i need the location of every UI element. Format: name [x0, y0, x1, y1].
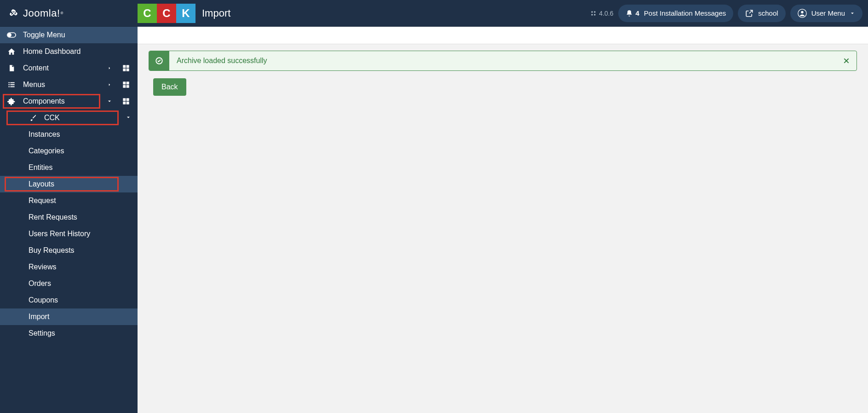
svg-point-3: [594, 14, 596, 16]
topbar: Joomla!® CCK Import 4.0.6 4 Post Install…: [0, 0, 868, 27]
content-toolbar: [138, 27, 868, 44]
sidebar-request[interactable]: Request: [0, 192, 138, 209]
svg-rect-12: [8, 82, 10, 83]
sidebar-orders[interactable]: Orders: [0, 275, 138, 292]
svg-rect-10: [123, 69, 126, 71]
svg-rect-23: [126, 98, 129, 101]
chevron-right-icon: [107, 66, 112, 70]
content-area: Archive loaded successfully Back: [138, 27, 868, 413]
dashboard-shortcut[interactable]: [121, 64, 131, 72]
svg-rect-18: [123, 81, 126, 84]
svg-rect-21: [126, 85, 129, 88]
file-icon: [8, 64, 15, 72]
puzzle-icon: [7, 97, 16, 105]
brand-text: Joomla!: [23, 7, 60, 19]
sidebar-rent-requests[interactable]: Rent Requests: [0, 209, 138, 226]
back-button[interactable]: Back: [153, 78, 186, 96]
svg-point-7: [8, 34, 11, 37]
sidebar-categories[interactable]: Categories: [0, 143, 138, 159]
site-name-label: school: [758, 9, 778, 17]
sidebar-components[interactable]: Components: [0, 93, 138, 110]
joomla-icon: [7, 7, 20, 20]
svg-rect-16: [8, 86, 10, 87]
close-icon: [843, 57, 850, 64]
svg-rect-24: [123, 102, 126, 105]
user-menu-label: User Menu: [811, 9, 845, 17]
cck-logo: CCK: [138, 4, 195, 23]
chevron-down-icon: [107, 99, 112, 104]
svg-point-0: [592, 11, 593, 13]
components-label: Components: [23, 97, 98, 105]
sidebar-home[interactable]: Home Dashboard: [0, 43, 138, 60]
sidebar-entities[interactable]: Entities: [0, 159, 138, 176]
svg-rect-14: [8, 84, 10, 85]
svg-point-2: [592, 14, 593, 16]
svg-rect-20: [123, 85, 126, 88]
svg-rect-9: [126, 65, 129, 68]
page-title: Import: [202, 7, 230, 19]
body-area: Toggle Menu Home Dashboard Content Menus: [0, 27, 868, 413]
cck-label: CCK: [44, 114, 60, 122]
sidebar-layouts[interactable]: Layouts: [0, 176, 138, 192]
svg-rect-22: [123, 98, 126, 101]
external-link-icon: [745, 9, 753, 17]
notifications-button[interactable]: 4 Post Installation Messages: [618, 5, 734, 22]
toggle-icon: [7, 32, 16, 38]
svg-rect-13: [10, 82, 14, 83]
post-install-label: Post Installation Messages: [644, 9, 726, 17]
svg-point-1: [594, 11, 596, 13]
svg-rect-19: [126, 81, 129, 84]
svg-rect-17: [10, 86, 14, 87]
grid-icon: [122, 64, 130, 72]
alert-close-button[interactable]: [836, 51, 857, 70]
svg-rect-25: [126, 102, 129, 105]
toggle-menu-label: Toggle Menu: [23, 31, 131, 39]
version-label: 4.0.6: [590, 10, 613, 17]
content-label: Content: [23, 64, 98, 72]
sidebar: Toggle Menu Home Dashboard Content Menus: [0, 27, 138, 413]
sidebar-users-rent-history[interactable]: Users Rent History: [0, 226, 138, 242]
menus-label: Menus: [23, 81, 98, 89]
brand-logo[interactable]: Joomla!®: [6, 7, 138, 20]
dashboard-shortcut[interactable]: [121, 81, 131, 88]
user-menu-button[interactable]: User Menu: [790, 5, 862, 22]
topbar-actions: 4.0.6 4 Post Installation Messages schoo…: [590, 5, 862, 22]
sidebar-content[interactable]: Content: [0, 60, 138, 76]
sidebar-coupons[interactable]: Coupons: [0, 292, 138, 308]
bell-icon: [626, 10, 633, 17]
list-icon: [7, 81, 16, 88]
sidebar-settings[interactable]: Settings: [0, 325, 138, 342]
grid-icon: [122, 81, 130, 88]
content-body: Archive loaded successfully Back: [138, 44, 868, 102]
app-root: Joomla!® CCK Import 4.0.6 4 Post Install…: [0, 0, 868, 413]
site-link-button[interactable]: school: [738, 5, 785, 22]
dashboard-shortcut[interactable]: [121, 98, 131, 105]
svg-rect-11: [126, 69, 129, 71]
sidebar-buy-requests[interactable]: Buy Requests: [0, 242, 138, 259]
svg-point-5: [801, 11, 803, 13]
toggle-menu[interactable]: Toggle Menu: [0, 27, 138, 43]
chevron-right-icon: [107, 82, 112, 87]
sidebar-import[interactable]: Import: [0, 308, 138, 325]
check-circle-icon: [149, 51, 169, 70]
user-icon: [798, 9, 807, 18]
chevron-down-icon: [126, 115, 131, 120]
svg-rect-15: [10, 84, 14, 85]
home-icon: [7, 47, 16, 56]
chevron-down-icon: [850, 11, 855, 16]
notif-count: 4: [636, 9, 639, 17]
sidebar-cck[interactable]: CCK: [0, 110, 138, 126]
grid-icon: [122, 98, 130, 105]
joomla-mini-icon: [590, 10, 597, 17]
sidebar-menus[interactable]: Menus: [0, 76, 138, 93]
sidebar-instances[interactable]: Instances: [0, 126, 138, 143]
alert-message: Archive loaded successfully: [169, 51, 836, 70]
home-label: Home Dashboard: [23, 47, 131, 56]
success-alert: Archive loaded successfully: [149, 51, 857, 71]
sidebar-reviews[interactable]: Reviews: [0, 259, 138, 275]
svg-rect-8: [123, 65, 126, 68]
brush-icon: [29, 114, 37, 122]
